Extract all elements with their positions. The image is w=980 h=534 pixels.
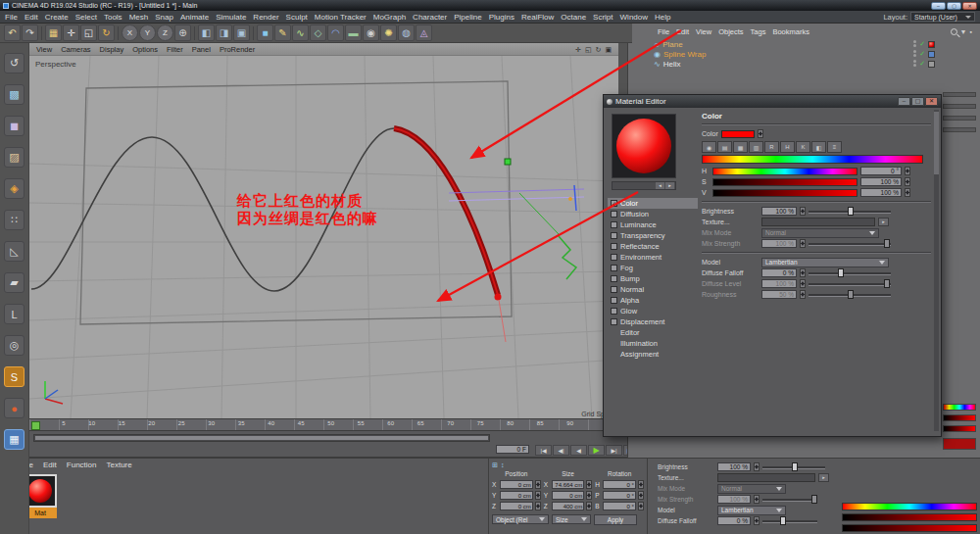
hsv-sliders-icon[interactable]: H (780, 141, 795, 153)
attr-texture-field[interactable] (717, 473, 815, 482)
prev-frame-button[interactable]: ◀ (570, 445, 587, 456)
channel-checkbox[interactable] (611, 297, 617, 304)
workplane-mode-icon[interactable]: ◈ (4, 178, 24, 199)
channel-row[interactable]: Color (608, 198, 698, 209)
coordinate-field[interactable]: 0 cm (500, 502, 533, 510)
workplane-lock-icon[interactable]: ▦ (4, 429, 24, 450)
mix-strength-spinner[interactable] (800, 239, 806, 248)
viewport-menu-item[interactable]: ProRender (220, 45, 255, 54)
object-manager-menu-item[interactable]: View (696, 27, 711, 36)
spectrum-icon[interactable]: ▤ (717, 141, 732, 153)
pen-tool-icon[interactable]: ✎ (274, 24, 291, 41)
camera-icon[interactable]: ◉ (363, 24, 379, 41)
attr-brightness-spinner[interactable] (754, 462, 760, 471)
channel-row[interactable]: Glow (608, 306, 698, 316)
hsv-value-field[interactable]: 0 ° (860, 167, 902, 175)
saturation-gradient-bar[interactable] (943, 414, 976, 421)
hsv-value-field[interactable]: 100 % (860, 188, 902, 197)
object-name[interactable]: Plane (662, 40, 682, 49)
roughness-field[interactable]: 50 % (761, 290, 797, 299)
coordinate-field[interactable]: 0 cm (500, 491, 533, 500)
roughness-slider[interactable] (808, 290, 891, 299)
attr-mix-strength-spinner[interactable] (754, 495, 760, 504)
menu-item[interactable]: RealFlow (521, 13, 554, 22)
channel-row[interactable]: Alpha (608, 295, 698, 306)
snap-icon[interactable]: S (4, 366, 24, 387)
rgb-sliders-icon[interactable]: R (764, 141, 779, 153)
hsv-value-field[interactable]: 100 % (860, 177, 902, 186)
render-settings-icon[interactable]: ▣ (233, 24, 250, 41)
deformers-icon[interactable]: ◠ (327, 24, 344, 41)
menu-item[interactable]: Window (620, 13, 648, 22)
attr-mix-strength-slider[interactable] (762, 495, 817, 504)
attr-hue-gradient-bar[interactable] (842, 503, 977, 510)
channel-row[interactable]: Bump (608, 273, 698, 284)
color-swatch[interactable] (721, 130, 755, 138)
object-name[interactable]: Spline Wrap (663, 50, 706, 59)
paint-setup-icon[interactable]: ● (4, 398, 24, 418)
viewport-menu-item[interactable]: Options (132, 45, 158, 54)
object-row[interactable]: ◉ Spline Wrap ✓ (654, 49, 935, 59)
timeline-range-scrollbar[interactable] (33, 434, 490, 442)
channel-checkbox[interactable] (611, 265, 617, 271)
visibility-dots[interactable] (913, 40, 916, 48)
object-manager-menu-item[interactable]: Tags (751, 27, 766, 36)
attr-saturation-gradient-bar[interactable] (842, 513, 977, 521)
channel-checkbox[interactable] (611, 254, 617, 261)
object-tag-icon[interactable] (928, 41, 935, 48)
value-gradient-bar[interactable] (943, 425, 976, 432)
attr-model-dropdown[interactable]: Lambertian (717, 506, 786, 515)
points-mode-icon[interactable]: ∷ (4, 210, 24, 230)
object-row[interactable]: ∿ Helix ✓ (654, 59, 935, 69)
object-mode-dropdown[interactable]: Object (Rel (492, 514, 549, 524)
coordinate-spinner[interactable] (535, 480, 541, 489)
coordinate-field[interactable]: 0 cm (552, 491, 585, 500)
menu-item[interactable]: Sculpt (286, 13, 308, 22)
menu-item[interactable]: Pipeline (454, 13, 481, 22)
minimize-button[interactable]: – (931, 2, 946, 10)
brightness-spinner[interactable] (800, 207, 806, 216)
coordinate-spinner[interactable] (586, 491, 592, 500)
color-spinner[interactable] (758, 129, 763, 138)
object-manager-menu-item[interactable]: Edit (676, 27, 689, 36)
menu-item[interactable]: Snap (155, 13, 173, 22)
channel-checkbox[interactable] (611, 308, 617, 315)
next-frame-button[interactable]: ▶| (606, 445, 622, 456)
coordinate-spinner[interactable] (586, 502, 592, 510)
coordinate-field[interactable]: 0 ° (603, 491, 636, 500)
toggle-views-icon[interactable]: ▣ (605, 44, 612, 55)
render-picture-viewer-icon[interactable]: ◨ (216, 24, 232, 41)
mat-minimize-button[interactable]: – (898, 97, 910, 106)
texture-mode-icon[interactable]: ▨ (4, 147, 24, 168)
size-mode-dropdown[interactable]: Size (552, 514, 591, 524)
z-axis-icon[interactable]: Z (157, 24, 173, 41)
channel-row[interactable]: Illumination (608, 338, 698, 349)
coordinate-spinner[interactable] (535, 491, 541, 500)
attr-diffuse-falloff-slider[interactable] (762, 516, 817, 525)
menu-item[interactable]: Simulate (216, 13, 246, 22)
channel-checkbox[interactable] (611, 200, 617, 207)
diffuse-level-field[interactable]: 100 % (761, 279, 797, 288)
apply-button[interactable]: Apply (594, 514, 637, 525)
channel-row[interactable]: Environment (608, 252, 698, 263)
object-manager-menu-item[interactable]: Bookmarks (772, 27, 809, 36)
object-manager-menu-item[interactable]: Objects (718, 27, 743, 36)
materials-menu-item[interactable]: Function (67, 461, 97, 469)
coordinate-spinner[interactable] (638, 502, 644, 510)
channel-row[interactable]: Editor (608, 327, 698, 338)
coordinate-field[interactable]: 0 ° (603, 502, 636, 510)
spectrum-bar[interactable] (702, 155, 923, 164)
diffuse-level-spinner[interactable] (800, 279, 806, 288)
lights-icon[interactable]: ✺ (380, 24, 397, 41)
menu-item[interactable]: Mesh (129, 13, 149, 22)
coords-icon[interactable]: ⊞ (492, 461, 498, 469)
kelvin-icon[interactable]: K (796, 141, 810, 153)
object-tag-icon[interactable] (928, 51, 935, 58)
brightness-slider[interactable] (808, 207, 891, 216)
menu-item[interactable]: Help (655, 13, 670, 22)
menu-item[interactable]: Create (45, 13, 69, 22)
redo-icon[interactable]: ↷ (22, 24, 38, 41)
hsv-spinner[interactable] (905, 188, 910, 197)
mix-strength-field[interactable]: 100 % (761, 239, 797, 248)
model-dropdown[interactable]: Lambertian (761, 258, 889, 267)
